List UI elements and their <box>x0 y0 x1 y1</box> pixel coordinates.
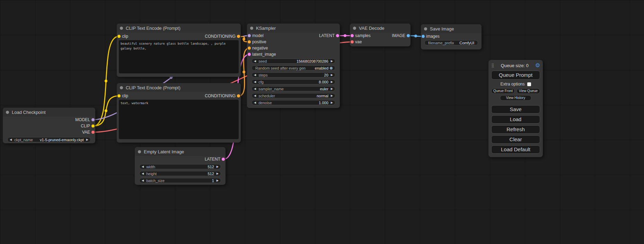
positive-prompt-textarea[interactable]: beautiful scenery nature glass bottle la… <box>119 40 239 73</box>
steps-widget[interactable]: ◀ steps 20 ▶ <box>252 72 335 78</box>
queue-menu-panel[interactable]: ⣿ Queue size: 0 ⚙ Queue Prompt Extra opt… <box>488 60 543 157</box>
link-midpoint-dot[interactable] <box>105 109 107 112</box>
node-empty-latent-image[interactable]: Empty Latent Image LATENT ◀ width 512 ▶ … <box>135 147 226 185</box>
node-title-bar[interactable]: CLIP Text Encode (Prompt) <box>117 24 241 33</box>
node-title-bar[interactable]: Empty Latent Image <box>135 147 226 156</box>
scheduler-widget[interactable]: ◀ scheduler normal ▶ <box>252 93 335 98</box>
vae-output-dot[interactable] <box>91 131 95 134</box>
decrement-arrow-icon[interactable]: ◀ <box>142 165 144 168</box>
node-load-checkpoint[interactable]: Load Checkpoint MODEL CLIP VAE ◀ ckpt_na… <box>3 108 95 143</box>
latent-image-input-dot[interactable] <box>248 53 251 56</box>
width-widget[interactable]: ◀ width 512 ▶ <box>139 164 221 169</box>
widget-value: 8.000 <box>319 80 328 84</box>
conditioning-output-dot[interactable] <box>237 35 240 38</box>
queue-front-button[interactable]: Queue Front <box>491 88 515 94</box>
decrement-arrow-icon[interactable]: ◀ <box>142 172 144 175</box>
widget-name: ckpt_name <box>14 138 33 142</box>
clear-button[interactable]: Clear <box>491 135 540 144</box>
view-history-button[interactable]: View History <box>500 95 531 101</box>
node-title-bar[interactable]: VAE Decode <box>350 24 411 33</box>
gear-icon[interactable]: ⚙ <box>535 63 540 68</box>
drag-handle-icon[interactable]: ⣿ <box>491 63 494 68</box>
collapse-dot-icon[interactable] <box>6 111 9 114</box>
increment-arrow-icon[interactable]: ▶ <box>331 60 333 63</box>
height-widget[interactable]: ◀ height 512 ▶ <box>139 171 221 176</box>
positive-input-dot[interactable] <box>248 40 251 44</box>
widget-value: 20 <box>324 73 328 77</box>
node-title-bar[interactable]: Save Image <box>421 24 482 33</box>
decrement-arrow-icon[interactable]: ◀ <box>254 74 256 76</box>
collapse-dot-icon[interactable] <box>120 27 123 30</box>
collapse-dot-icon[interactable] <box>353 27 356 30</box>
node-canvas[interactable]: Load Checkpoint MODEL CLIP VAE ◀ ckpt_na… <box>0 0 644 244</box>
clip-output-dot[interactable] <box>91 125 95 128</box>
increment-arrow-icon[interactable]: ▶ <box>217 179 219 182</box>
ckpt-name-widget[interactable]: ◀ ckpt_name v1-5-pruned-emaonly.ckpt ▶ <box>7 137 91 142</box>
link-midpoint-dot[interactable] <box>242 38 245 40</box>
node-ksampler[interactable]: KSampler model LATENT positive negative … <box>247 24 340 108</box>
decrement-arrow-icon[interactable]: ◀ <box>254 81 256 83</box>
increment-arrow-icon[interactable]: ▶ <box>331 94 333 97</box>
images-input-dot[interactable] <box>422 35 425 38</box>
filename-prefix-widget[interactable]: filename_prefix ComfyUI <box>424 40 478 45</box>
cfg-widget[interactable]: ◀ cfg 8.000 ▶ <box>252 79 335 84</box>
increment-arrow-icon[interactable]: ▶ <box>331 101 333 104</box>
node-clip-text-encode-negative[interactable]: CLIP Text Encode (Prompt) clip CONDITION… <box>117 83 241 143</box>
link-midpoint-dot[interactable] <box>414 35 417 37</box>
slot-label: positive <box>252 39 266 44</box>
node-save-image[interactable]: Save Image images filename_prefix ComfyU… <box>421 24 482 49</box>
collapse-dot-icon[interactable] <box>250 27 253 30</box>
link-midpoint-dot[interactable] <box>344 34 346 37</box>
load-button[interactable]: Load <box>491 115 540 124</box>
toggle-dot-icon[interactable] <box>330 67 333 70</box>
decrement-arrow-icon[interactable]: ◀ <box>10 138 12 141</box>
samples-input-dot[interactable] <box>351 34 354 37</box>
latent-output-dot[interactable] <box>222 158 225 161</box>
load-default-button[interactable]: Load Default <box>491 145 540 154</box>
widget-value: 1 <box>212 179 214 183</box>
node-clip-text-encode-positive[interactable]: CLIP Text Encode (Prompt) clip CONDITION… <box>117 24 241 77</box>
view-queue-button[interactable]: View Queue <box>517 88 540 94</box>
increment-arrow-icon[interactable]: ▶ <box>331 88 333 90</box>
seed-widget[interactable]: ◀ seed 156680208700286 ▶ <box>252 58 335 64</box>
model-output-dot[interactable] <box>91 118 95 121</box>
decrement-arrow-icon[interactable]: ◀ <box>254 60 256 63</box>
increment-arrow-icon[interactable]: ▶ <box>217 165 219 168</box>
node-title-bar[interactable]: KSampler <box>247 24 340 33</box>
random-seed-toggle-widget[interactable]: Random seed after every gen enabled <box>252 65 335 71</box>
decrement-arrow-icon[interactable]: ◀ <box>254 94 256 97</box>
clip-input-dot[interactable] <box>117 35 121 38</box>
latent-output-dot[interactable] <box>336 34 339 37</box>
save-button[interactable]: Save <box>491 105 540 114</box>
node-title-bar[interactable]: Load Checkpoint <box>3 108 95 117</box>
extra-options-checkbox[interactable] <box>527 82 531 86</box>
image-output-dot[interactable] <box>407 34 410 37</box>
denoise-widget[interactable]: ◀ denoise 1.000 ▶ <box>252 100 335 105</box>
decrement-arrow-icon[interactable]: ◀ <box>142 179 144 182</box>
link-midpoint-dot[interactable] <box>105 80 107 82</box>
batch-size-widget[interactable]: ◀ batch_size 1 ▶ <box>139 178 221 183</box>
collapse-dot-icon[interactable] <box>424 27 427 30</box>
link-midpoint-dot[interactable] <box>242 71 245 73</box>
vae-input-dot[interactable] <box>351 40 354 44</box>
increment-arrow-icon[interactable]: ▶ <box>86 138 88 141</box>
negative-input-dot[interactable] <box>248 47 251 50</box>
model-input-dot[interactable] <box>248 34 251 37</box>
decrement-arrow-icon[interactable]: ◀ <box>254 101 256 104</box>
widget-value: normal <box>317 94 328 98</box>
increment-arrow-icon[interactable]: ▶ <box>217 172 219 175</box>
refresh-button[interactable]: Refresh <box>491 125 540 134</box>
sampler-name-widget[interactable]: ◀ sampler_name euler ▶ <box>252 86 335 91</box>
widget-name: seed <box>258 59 267 63</box>
conditioning-output-dot[interactable] <box>237 94 240 98</box>
collapse-dot-icon[interactable] <box>120 86 123 89</box>
increment-arrow-icon[interactable]: ▶ <box>331 81 333 83</box>
node-title-bar[interactable]: CLIP Text Encode (Prompt) <box>117 83 241 92</box>
increment-arrow-icon[interactable]: ▶ <box>331 74 333 76</box>
queue-prompt-button[interactable]: Queue Prompt <box>491 71 540 80</box>
clip-input-dot[interactable] <box>117 94 121 98</box>
node-vae-decode[interactable]: VAE Decode samples IMAGE vae <box>350 24 411 46</box>
collapse-dot-icon[interactable] <box>138 150 141 153</box>
decrement-arrow-icon[interactable]: ◀ <box>254 88 256 90</box>
negative-prompt-textarea[interactable]: text, watermark <box>119 100 239 139</box>
